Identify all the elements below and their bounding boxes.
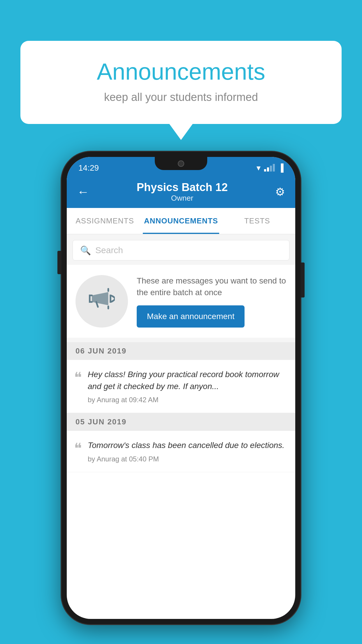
camera-icon xyxy=(178,160,184,167)
speech-bubble-arrow xyxy=(169,124,193,140)
announcement-text-1: Hey class! Bring your practical record b… xyxy=(88,369,287,392)
date-separator-2: 05 JUN 2019 xyxy=(67,413,295,431)
announcement-meta-2: by Anurag at 05:40 PM xyxy=(88,455,287,463)
header-title-group: Physics Batch 12 Owner xyxy=(137,181,228,203)
phone-wrapper: 14:29 ▾ ▐ ← Physics Batch 12 xyxy=(61,152,301,624)
phone-notch xyxy=(155,157,207,170)
search-icon: 🔍 xyxy=(80,245,91,256)
status-icons: ▾ ▐ xyxy=(256,163,284,173)
settings-button[interactable]: ⚙ xyxy=(275,186,285,198)
content-area: 🔍 Search xyxy=(67,234,295,472)
announcement-text-group: These are messages you want to send to t… xyxy=(137,275,287,327)
speech-bubble-title: Announcements xyxy=(44,58,318,85)
search-bar[interactable]: 🔍 Search xyxy=(73,240,289,260)
date-separator-1: 06 JUN 2019 xyxy=(67,342,295,360)
wifi-icon: ▾ xyxy=(256,163,261,173)
batch-subtitle: Owner xyxy=(137,194,228,203)
tab-assignments[interactable]: ASSIGNMENTS xyxy=(67,208,143,234)
batch-title: Physics Batch 12 xyxy=(137,181,228,194)
megaphone-icon xyxy=(89,286,115,317)
make-announcement-button[interactable]: Make an announcement xyxy=(137,305,245,328)
announcement-icon-circle xyxy=(75,275,128,328)
tabs-bar: ASSIGNMENTS ANNOUNCEMENTS TESTS xyxy=(67,208,295,234)
search-input[interactable]: Search xyxy=(95,245,123,255)
announcement-description: These are messages you want to send to t… xyxy=(137,275,287,298)
announcement-item-2[interactable]: ❝ Tomorrow's class has been cancelled du… xyxy=(67,431,295,472)
announcement-content-2: Tomorrow's class has been cancelled due … xyxy=(88,440,287,463)
speech-bubble: Announcements keep all your students inf… xyxy=(20,41,342,124)
phone-screen: 14:29 ▾ ▐ ← Physics Batch 12 xyxy=(67,157,295,619)
quote-icon-2: ❝ xyxy=(74,441,82,456)
app-header: ← Physics Batch 12 Owner ⚙ xyxy=(67,176,295,208)
battery-icon: ▐ xyxy=(278,163,284,172)
announcement-content-1: Hey class! Bring your practical record b… xyxy=(88,369,287,404)
announcement-meta-1: by Anurag at 09:42 AM xyxy=(88,396,287,404)
announcement-item-1[interactable]: ❝ Hey class! Bring your practical record… xyxy=(67,360,295,413)
tab-announcements[interactable]: ANNOUNCEMENTS xyxy=(143,208,219,234)
quote-icon-1: ❝ xyxy=(74,370,82,385)
speech-bubble-container: Announcements keep all your students inf… xyxy=(20,41,342,140)
speech-bubble-subtitle: keep all your students informed xyxy=(44,91,318,104)
phone-outer: 14:29 ▾ ▐ ← Physics Batch 12 xyxy=(61,152,301,624)
announcement-text-2: Tomorrow's class has been cancelled due … xyxy=(88,440,287,452)
announcement-prompt-card: These are messages you want to send to t… xyxy=(67,265,295,338)
status-time: 14:29 xyxy=(78,163,99,173)
signal-bars-icon xyxy=(264,164,275,172)
tab-tests[interactable]: TESTS xyxy=(219,208,295,234)
back-button[interactable]: ← xyxy=(77,185,89,199)
